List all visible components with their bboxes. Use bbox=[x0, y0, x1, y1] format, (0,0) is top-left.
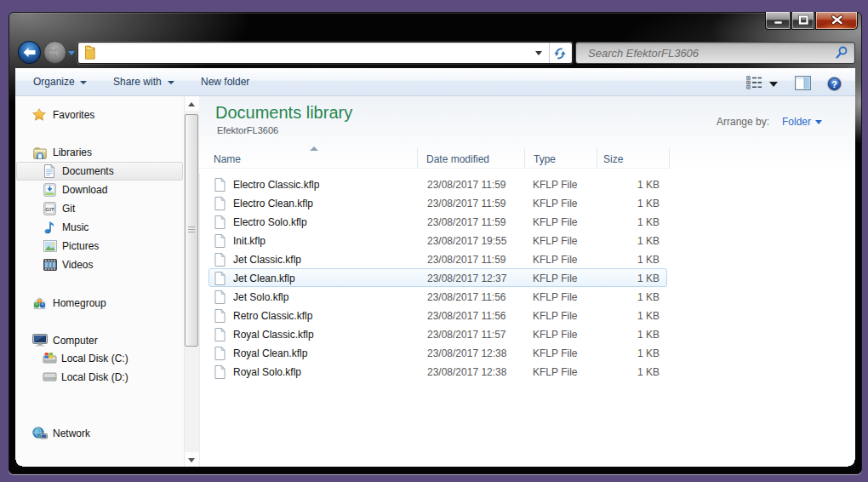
svg-text:GIT: GIT bbox=[45, 206, 54, 212]
svg-text:?: ? bbox=[831, 79, 837, 89]
